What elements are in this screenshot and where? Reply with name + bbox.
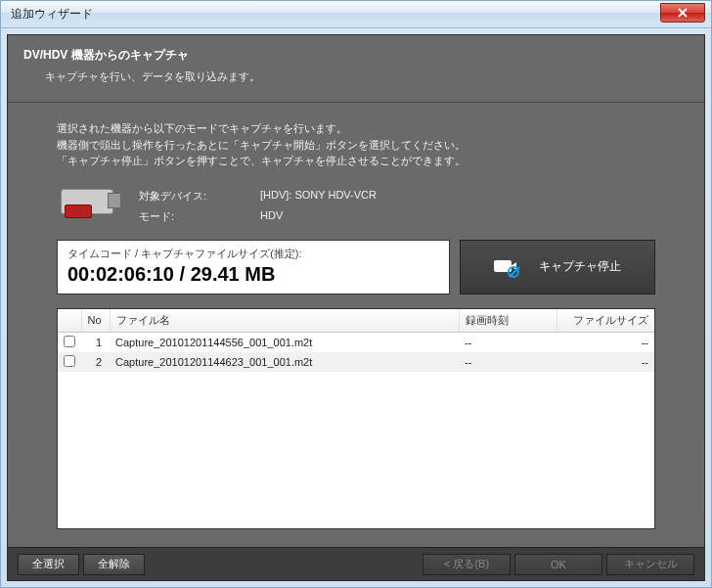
row-filename: Capture_20101201144623_001_001.m2t [110,352,459,372]
device-value: [HDV]: SONY HDV-VCR [260,189,377,204]
cancel-button: キャンセル [606,554,694,575]
deselect-all-button[interactable]: 全解除 [83,554,145,575]
device-label: 対象デバイス: [139,189,237,204]
timecode-display: タイムコード / キャプチャファイルサイズ(推定): 00:02:06:10 /… [57,240,450,294]
col-header-rectime[interactable]: 録画時刻 [459,309,556,333]
table-row[interactable]: 1Capture_20101201144556_001_001.m2t---- [58,332,654,352]
window-close-button[interactable] [660,3,705,23]
col-header-filename[interactable]: ファイル名 [110,309,459,333]
mode-value: HDV [260,209,377,224]
row-filesize: -- [556,332,654,352]
window-title: 追加ウィザード [11,6,93,23]
device-info-row: 対象デバイス: [HDV]: SONY HDV-VCR モード: HDV [8,179,704,234]
back-button: < 戻る(B) [423,554,511,575]
capture-button-label: キャプチャ停止 [539,258,621,275]
mode-label: モード: [139,209,237,224]
select-all-button[interactable]: 全選択 [18,554,79,575]
close-icon [677,8,689,18]
instruction-text: 選択された機器から以下のモードでキャプチャを行います。 機器側で頭出し操作を行っ… [8,103,704,179]
col-header-check [58,309,81,333]
timecode-label: タイムコード / キャプチャファイルサイズ(推定): [67,247,439,261]
row-filename: Capture_20101201144556_001_001.m2t [110,332,459,352]
device-info-grid: 対象デバイス: [HDV]: SONY HDV-VCR モード: HDV [139,185,377,224]
instruction-line: 「キャプチャ停止」ボタンを押すことで、キャプチャを停止させることができます。 [57,153,655,169]
table-row[interactable]: 2Capture_20101201144623_001_001.m2t---- [58,352,654,372]
timecode-value: 00:02:06:10 / 29.41 MB [67,263,439,286]
panel-title: DV/HDV 機器からのキャプチャ [23,47,689,64]
row-rectime: -- [459,352,556,372]
row-no: 2 [81,352,110,372]
row-rectime: -- [459,332,556,352]
footer-bar: 全選択 全解除 < 戻る(B) OK キャンセル [8,547,704,580]
col-header-no[interactable]: No [81,309,110,333]
camera-icon [57,185,125,224]
row-no: 1 [81,332,110,352]
row-filesize: -- [556,352,654,372]
row-checkbox[interactable] [64,355,75,367]
capture-stop-button[interactable]: キャプチャ停止 [460,240,655,294]
panel-subtitle: キャプチャを行い、データを取り込みます。 [45,69,689,84]
timecode-row: タイムコード / キャプチャファイルサイズ(推定): 00:02:06:10 /… [8,240,704,294]
titlebar: 追加ウィザード [1,1,711,28]
ok-button: OK [514,554,602,575]
panel-header: DV/HDV 機器からのキャプチャ キャプチャを行い、データを取り込みます。 [8,35,704,103]
capture-file-table: No ファイル名 録画時刻 ファイルサイズ 1Capture_201012011… [57,308,655,529]
row-checkbox[interactable] [64,336,75,347]
wizard-panel: DV/HDV 機器からのキャプチャ キャプチャを行い、データを取り込みます。 選… [7,34,705,581]
capture-stop-icon [494,258,519,276]
instruction-line: 機器側で頭出し操作を行ったあとに「キャプチャ開始」ボタンを選択してください。 [57,137,655,154]
instruction-line: 選択された機器から以下のモードでキャプチャを行います。 [57,120,655,137]
col-header-filesize[interactable]: ファイルサイズ [556,309,654,333]
